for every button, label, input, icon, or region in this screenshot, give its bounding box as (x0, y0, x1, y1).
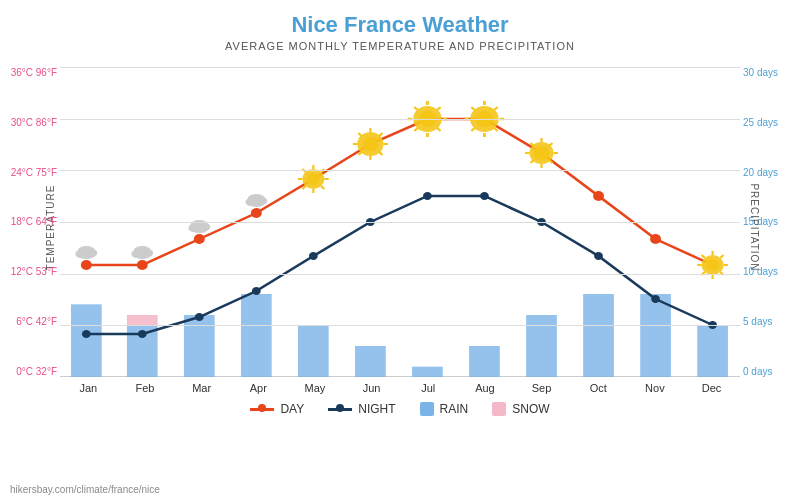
y-right-label-4: 10 days (743, 266, 778, 277)
svg-line-34 (379, 152, 382, 155)
svg-line-65 (549, 143, 552, 146)
x-label-jan: Jan (63, 382, 113, 394)
x-label-mar: Mar (177, 382, 227, 394)
svg-point-90 (191, 225, 209, 233)
svg-line-53 (471, 107, 474, 110)
x-label-may: May (290, 382, 340, 394)
chart-container: Nice France Weather AVERAGE MONTHLY TEMP… (0, 0, 800, 500)
svg-point-95 (82, 330, 91, 338)
svg-point-82 (78, 251, 96, 259)
svg-point-99 (309, 252, 318, 260)
svg-rect-3 (241, 294, 272, 377)
y-right-label-0: 30 days (743, 67, 778, 78)
legend-day: DAY (250, 402, 304, 416)
y-left-label-5: 6°C 42°F (16, 316, 57, 327)
y-left-label-1: 30°C 86°F (11, 117, 57, 128)
svg-point-67 (593, 191, 604, 201)
svg-rect-2 (184, 315, 215, 377)
svg-rect-8 (526, 315, 557, 377)
svg-line-33 (358, 133, 361, 136)
svg-rect-0 (71, 304, 102, 377)
x-label-nov: Nov (630, 382, 680, 394)
svg-rect-9 (583, 294, 614, 377)
svg-line-77 (720, 255, 723, 258)
svg-point-68 (650, 234, 661, 244)
legend: DAY NIGHT RAIN SNOW (60, 402, 740, 416)
svg-rect-10 (640, 294, 671, 377)
chart-title: Nice France Weather (0, 0, 800, 38)
legend-night: NIGHT (328, 402, 395, 416)
svg-line-44 (437, 128, 440, 131)
svg-line-24 (321, 186, 324, 189)
svg-rect-4 (298, 325, 329, 377)
svg-rect-5 (355, 346, 386, 377)
svg-line-46 (414, 128, 417, 131)
x-axis: Jan Feb Mar Apr May Jun Jul Aug Sep Oct … (60, 382, 740, 394)
svg-rect-11 (697, 325, 728, 377)
svg-point-104 (594, 252, 603, 260)
svg-line-66 (531, 160, 534, 163)
svg-point-16 (251, 208, 262, 218)
y-right-label-3: 15 days (743, 216, 778, 227)
x-label-jul: Jul (403, 382, 453, 394)
y-right-label-2: 20 days (743, 167, 778, 178)
svg-point-96 (138, 330, 147, 338)
y-right-label-6: 0 days (743, 366, 772, 377)
svg-line-43 (414, 107, 417, 110)
y-left-label-4: 12°C 53°F (11, 266, 57, 277)
legend-night-label: NIGHT (358, 402, 395, 416)
svg-point-70 (706, 259, 719, 271)
y-left-label-0: 36°C 96°F (11, 67, 57, 78)
legend-rain: RAIN (420, 402, 469, 416)
svg-point-101 (423, 192, 432, 200)
svg-line-56 (471, 128, 474, 131)
y-left-label-2: 24°C 75°F (11, 167, 57, 178)
svg-point-14 (137, 260, 148, 270)
x-label-dec: Dec (687, 382, 737, 394)
plot-area (60, 67, 740, 377)
svg-line-55 (494, 107, 497, 110)
x-label-feb: Feb (120, 382, 170, 394)
svg-point-98 (252, 287, 261, 295)
svg-rect-6 (412, 367, 443, 377)
svg-point-105 (651, 295, 660, 303)
legend-snow: SNOW (492, 402, 549, 416)
svg-line-75 (702, 255, 705, 258)
y-left-label-3: 18°C 64°F (11, 216, 57, 227)
svg-point-97 (195, 313, 204, 321)
svg-line-35 (379, 133, 382, 136)
x-label-apr: Apr (233, 382, 283, 394)
svg-point-94 (248, 199, 266, 207)
svg-line-45 (437, 107, 440, 110)
svg-point-15 (194, 234, 205, 244)
svg-rect-7 (469, 346, 500, 377)
legend-rain-label: RAIN (440, 402, 469, 416)
x-label-jun: Jun (347, 382, 397, 394)
chart-subtitle: AVERAGE MONTHLY TEMPERATURE AND PRECIPIT… (0, 40, 800, 52)
svg-point-13 (81, 260, 92, 270)
x-label-oct: Oct (573, 382, 623, 394)
x-label-aug: Aug (460, 382, 510, 394)
svg-rect-12 (127, 315, 158, 325)
legend-snow-label: SNOW (512, 402, 549, 416)
svg-line-54 (494, 128, 497, 131)
y-right-label-5: 5 days (743, 316, 772, 327)
svg-point-18 (307, 173, 320, 185)
svg-point-102 (480, 192, 489, 200)
legend-day-label: DAY (280, 402, 304, 416)
svg-point-86 (133, 251, 151, 259)
svg-point-58 (534, 146, 549, 160)
y-right-label-1: 25 days (743, 117, 778, 128)
y-left-label-6: 0°C 32°F (16, 366, 57, 377)
watermark: hikersbay.com/climate/france/nice (10, 484, 160, 495)
svg-point-28 (363, 137, 378, 151)
x-label-sep: Sep (517, 382, 567, 394)
